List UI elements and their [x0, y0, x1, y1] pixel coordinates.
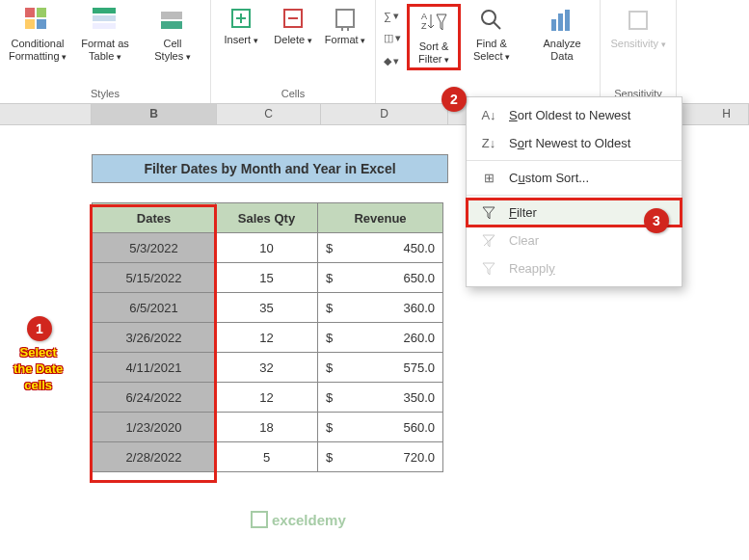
- cell-date[interactable]: 3/26/2022: [93, 323, 216, 353]
- svg-rect-21: [565, 10, 570, 31]
- custom-sort-icon: ⊞: [480, 171, 497, 185]
- callout-text-1: Select the Date cells: [13, 345, 63, 394]
- delete-button[interactable]: Delete: [269, 4, 317, 61]
- cell-styles-icon: [158, 6, 187, 35]
- autosum-button[interactable]: ∑ ▾: [384, 10, 401, 22]
- format-button[interactable]: Format: [321, 4, 369, 61]
- cell-date[interactable]: 6/24/2022: [93, 383, 216, 413]
- cell-qty[interactable]: 5: [216, 442, 318, 472]
- cell-rev[interactable]: $650.0: [318, 263, 443, 293]
- menu-reapply: Reapply: [467, 254, 682, 282]
- cell-date[interactable]: 5/15/2022: [93, 263, 216, 293]
- svg-rect-24: [252, 512, 267, 527]
- cell-date[interactable]: 1/23/2020: [93, 413, 216, 442]
- sensitivity-icon: [624, 6, 653, 35]
- svg-rect-0: [25, 8, 35, 17]
- column-header-c[interactable]: C: [217, 104, 321, 124]
- table-row[interactable]: 1/23/202018$560.0: [93, 413, 443, 442]
- format-as-table-button[interactable]: Format as Table: [73, 4, 137, 65]
- sort-filter-menu: A↓ Sort Oldest to Newest Z↓ Sort Newest …: [466, 96, 682, 287]
- column-header-b[interactable]: B: [92, 104, 217, 124]
- table-row[interactable]: 3/26/202212$260.0: [93, 323, 443, 353]
- table-row[interactable]: 2/28/20225$720.0: [93, 442, 443, 472]
- cell-qty[interactable]: 12: [216, 383, 318, 413]
- callout-badge-2: 2: [441, 87, 467, 112]
- table-row[interactable]: 5/15/202215$650.0: [93, 263, 443, 293]
- cell-rev[interactable]: $575.0: [318, 353, 443, 383]
- format-label: Format: [325, 34, 365, 59]
- table-row[interactable]: 4/11/202132$575.0: [93, 353, 443, 383]
- sort-filter-button[interactable]: AZ Sort & Filter: [407, 4, 461, 70]
- data-table: Dates Sales Qty Revenue 5/3/202210$450.0…: [92, 202, 443, 472]
- cell-rev[interactable]: $560.0: [318, 413, 443, 442]
- menu-custom-sort[interactable]: ⊞ Custom Sort...: [467, 164, 682, 192]
- cell-qty[interactable]: 10: [216, 233, 318, 263]
- insert-button[interactable]: Insert: [217, 4, 265, 61]
- menu-sort-oldest-newest[interactable]: A↓ Sort Oldest to Newest: [467, 101, 682, 129]
- reapply-icon: [480, 262, 497, 276]
- table-row[interactable]: 5/3/202210$450.0: [93, 233, 443, 263]
- cell-rev[interactable]: $260.0: [318, 323, 443, 353]
- svg-rect-19: [551, 19, 556, 31]
- sensitivity-label: Sensitivity: [610, 38, 665, 63]
- cell-date[interactable]: 6/5/2021: [93, 293, 216, 323]
- column-header-d[interactable]: D: [321, 104, 448, 124]
- ribbon-group-styles: Conditional Formatting Format as Table C…: [0, 0, 211, 103]
- sort-filter-icon: AZ: [419, 9, 448, 38]
- cell-qty[interactable]: 12: [216, 323, 318, 353]
- cell-date[interactable]: 4/11/2021: [93, 353, 216, 383]
- conditional-formatting-icon: [23, 6, 52, 35]
- sigma-icon: ∑: [384, 11, 391, 22]
- format-as-table-label: Format as Table: [81, 38, 129, 63]
- fill-down-icon: ◫: [384, 32, 393, 44]
- ribbon-group-sensitivity: Sensitivity Sensitivity: [601, 0, 677, 103]
- menu-separator: [467, 195, 682, 196]
- sort-desc-icon: Z↓: [480, 136, 497, 150]
- callout-badge-3: 3: [644, 208, 669, 233]
- cell-rev[interactable]: $450.0: [318, 233, 443, 263]
- eraser-icon: ◆: [384, 55, 391, 67]
- svg-rect-8: [161, 21, 182, 29]
- delete-icon: [281, 6, 306, 31]
- conditional-formatting-button[interactable]: Conditional Formatting: [6, 4, 69, 65]
- find-select-label: Find & Select: [473, 38, 510, 63]
- insert-label: Insert: [224, 34, 257, 59]
- fill-button[interactable]: ◫ ▾: [384, 32, 401, 44]
- cell-qty[interactable]: 15: [216, 263, 318, 293]
- ribbon-group-cells: Insert Delete Format Cells: [211, 0, 376, 103]
- svg-rect-1: [37, 8, 46, 17]
- table-row[interactable]: 6/24/202212$350.0: [93, 383, 443, 413]
- title-banner: Filter Dates by Month and Year in Excel: [92, 154, 448, 183]
- cell-qty[interactable]: 35: [216, 293, 318, 323]
- analyze-data-icon: [548, 6, 576, 35]
- analyze-data-button[interactable]: Analyze Data: [530, 4, 594, 65]
- cell-rev[interactable]: $350.0: [318, 383, 443, 413]
- table-row[interactable]: 6/5/202135$360.0: [93, 293, 443, 323]
- cell-styles-button[interactable]: Cell Styles: [141, 4, 204, 65]
- cell-qty[interactable]: 18: [216, 413, 318, 442]
- cell-qty[interactable]: 32: [216, 353, 318, 383]
- group-label-cells: Cells: [281, 88, 305, 101]
- sensitivity-button: Sensitivity: [606, 4, 670, 65]
- svg-rect-14: [336, 10, 354, 27]
- find-select-icon: [477, 6, 506, 35]
- cell-rev[interactable]: $360.0: [318, 293, 443, 323]
- cell-date[interactable]: 5/3/2022: [93, 233, 216, 263]
- svg-point-17: [482, 11, 495, 24]
- menu-label: Clear: [509, 233, 539, 248]
- cell-rev[interactable]: $720.0: [318, 442, 443, 472]
- table-header-row: Dates Sales Qty Revenue: [93, 203, 443, 233]
- header-rev: Revenue: [318, 203, 443, 233]
- svg-line-18: [494, 22, 500, 29]
- clear-button[interactable]: ◆ ▾: [384, 55, 401, 67]
- sort-asc-icon: A↓: [480, 108, 497, 122]
- find-select-button[interactable]: Find & Select: [465, 4, 519, 65]
- svg-rect-20: [558, 13, 563, 31]
- cell-date[interactable]: 2/28/2022: [93, 442, 216, 472]
- watermark-icon: [251, 511, 268, 528]
- menu-label: ort Oldest to Newest: [518, 108, 631, 122]
- svg-rect-7: [161, 12, 182, 19]
- sort-filter-label: Sort & Filter: [418, 40, 449, 66]
- menu-sort-newest-oldest[interactable]: Z↓ Sort Newest to Oldest: [467, 129, 682, 157]
- svg-text:Z: Z: [421, 21, 427, 31]
